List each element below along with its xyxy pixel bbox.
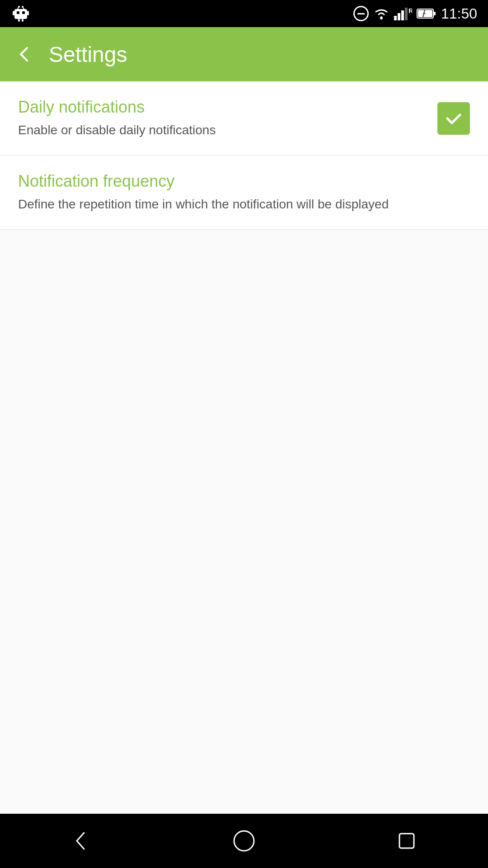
notification-frequency-item[interactable]: Notification frequency Define the repeti… (0, 156, 488, 230)
empty-area (0, 230, 488, 814)
svg-rect-5 (18, 19, 20, 22)
status-bar: R 11:50 (0, 0, 488, 27)
nav-home-button[interactable] (230, 827, 258, 854)
nav-bar (0, 814, 488, 868)
dnd-icon (353, 6, 369, 21)
status-time: 11:50 (441, 5, 477, 22)
svg-rect-0 (14, 9, 27, 19)
daily-notifications-checkbox[interactable] (437, 102, 470, 135)
svg-rect-18 (433, 12, 436, 15)
svg-rect-1 (17, 11, 19, 14)
notification-frequency-title: Notification frequency (18, 172, 452, 191)
app-bar-title: Settings (49, 42, 127, 67)
content: Daily notifications Enable or disable da… (0, 81, 488, 814)
signal-icon: R (394, 7, 412, 20)
svg-rect-14 (401, 10, 404, 20)
battery-icon (417, 8, 436, 19)
svg-rect-12 (394, 16, 397, 20)
app-icon (11, 4, 31, 24)
svg-text:R: R (408, 7, 412, 14)
svg-rect-4 (27, 11, 29, 15)
app-bar: Settings (0, 27, 488, 81)
daily-notifications-title: Daily notifications (18, 98, 419, 117)
svg-rect-13 (398, 13, 400, 20)
svg-rect-15 (405, 8, 408, 20)
svg-point-9 (18, 6, 20, 8)
checkbox-checked-icon[interactable] (437, 102, 470, 135)
svg-point-11 (380, 17, 383, 19)
svg-point-22 (234, 831, 254, 851)
svg-rect-23 (399, 834, 414, 848)
daily-notifications-item[interactable]: Daily notifications Enable or disable da… (0, 81, 488, 156)
svg-point-10 (22, 6, 23, 8)
daily-notifications-desc: Enable or disable daily notifications (18, 121, 419, 139)
nav-back-button[interactable] (68, 827, 95, 854)
status-bar-right: R 11:50 (353, 5, 477, 22)
notification-frequency-desc: Define the repetition time in which the … (18, 195, 452, 213)
svg-rect-6 (22, 19, 23, 22)
status-bar-left (11, 4, 31, 24)
nav-recents-button[interactable] (393, 827, 420, 854)
daily-notifications-text: Daily notifications Enable or disable da… (18, 98, 437, 139)
back-button[interactable] (14, 44, 34, 64)
wifi-icon (373, 7, 389, 20)
notification-frequency-text: Notification frequency Define the repeti… (18, 172, 470, 213)
svg-rect-2 (22, 11, 25, 14)
svg-rect-3 (13, 11, 14, 15)
